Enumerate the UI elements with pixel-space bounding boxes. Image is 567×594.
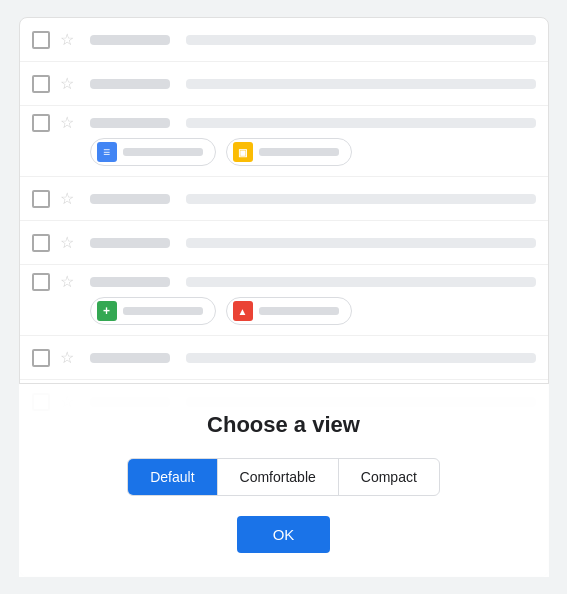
star-icon[interactable]: ☆	[60, 114, 78, 132]
choose-view-dialog: Choose a view Default Comfortable Compac…	[19, 383, 549, 577]
table-row: ☆	[20, 62, 548, 106]
att-label	[123, 307, 203, 315]
attachment-pill[interactable]: ▣	[226, 138, 352, 166]
sender-bar	[90, 118, 170, 128]
sender-bar	[90, 277, 170, 287]
subject-bar	[186, 238, 536, 248]
table-row: ☆	[20, 18, 548, 62]
sender-bar	[90, 353, 170, 363]
sender-bar	[90, 194, 170, 204]
star-icon[interactable]: ☆	[60, 234, 78, 252]
star-icon[interactable]: ☆	[60, 31, 78, 49]
view-compact-button[interactable]: Compact	[339, 459, 439, 495]
view-options-group: Default Comfortable Compact	[127, 458, 440, 496]
checkbox[interactable]	[32, 75, 50, 93]
row-main: ☆	[32, 273, 536, 291]
att-label	[259, 307, 339, 315]
attachment-pill[interactable]: ▲	[226, 297, 352, 325]
subject-bar	[186, 79, 536, 89]
table-row: ☆ ≡ ▣	[20, 106, 548, 177]
checkbox[interactable]	[32, 31, 50, 49]
view-comfortable-button[interactable]: Comfortable	[218, 459, 339, 495]
subject-bar	[186, 277, 536, 287]
dialog-title: Choose a view	[207, 412, 360, 438]
subject-bar	[186, 35, 536, 45]
checkbox[interactable]	[32, 273, 50, 291]
checkbox[interactable]	[32, 234, 50, 252]
attachment-row: ≡ ▣	[32, 132, 536, 172]
att-label	[123, 148, 203, 156]
subject-bar	[186, 194, 536, 204]
table-row: ☆	[20, 336, 548, 380]
main-wrapper: ☆ ☆ ☆ ≡	[19, 17, 549, 577]
row-main: ☆	[32, 114, 536, 132]
sender-bar	[90, 238, 170, 248]
ok-button[interactable]: OK	[237, 516, 331, 553]
attachment-row: + ▲	[32, 291, 536, 331]
sheets-icon: +	[97, 301, 117, 321]
attachment-pill[interactable]: +	[90, 297, 216, 325]
checkbox[interactable]	[32, 190, 50, 208]
star-icon[interactable]: ☆	[60, 273, 78, 291]
subject-bar	[186, 118, 536, 128]
sender-bar	[90, 35, 170, 45]
checkbox[interactable]	[32, 114, 50, 132]
star-icon[interactable]: ☆	[60, 349, 78, 367]
sender-bar	[90, 79, 170, 89]
checkbox[interactable]	[32, 349, 50, 367]
table-row: ☆	[20, 177, 548, 221]
photos-icon: ▲	[233, 301, 253, 321]
slides-icon: ▣	[233, 142, 253, 162]
table-row: ☆	[20, 221, 548, 265]
star-icon[interactable]: ☆	[60, 190, 78, 208]
docs-icon: ≡	[97, 142, 117, 162]
view-default-button[interactable]: Default	[128, 459, 217, 495]
table-row: ☆ + ▲	[20, 265, 548, 336]
att-label	[259, 148, 339, 156]
subject-bar	[186, 353, 536, 363]
star-icon[interactable]: ☆	[60, 75, 78, 93]
attachment-pill[interactable]: ≡	[90, 138, 216, 166]
